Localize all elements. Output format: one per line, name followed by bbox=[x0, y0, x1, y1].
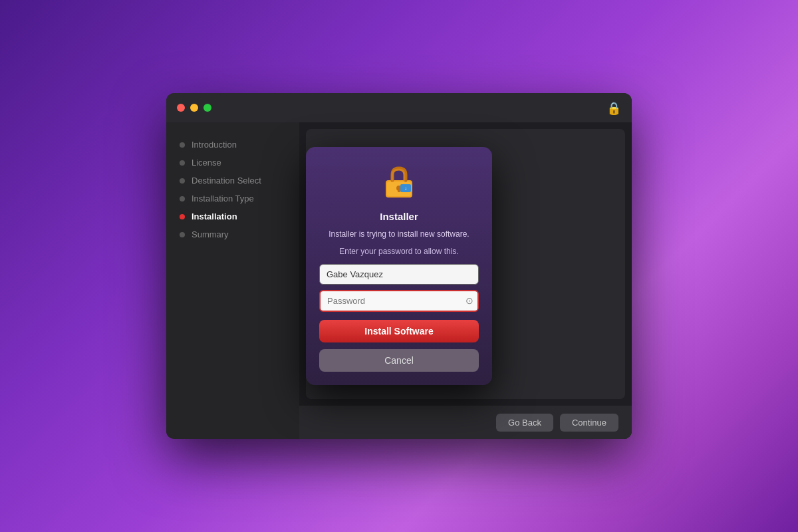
install-software-button[interactable]: Install Software bbox=[319, 320, 479, 342]
dialog-subtitle: Installer is trying to install new softw… bbox=[329, 229, 469, 240]
auth-dialog: ↓ Installer Installer is trying to insta… bbox=[306, 147, 492, 385]
svg-rect-3 bbox=[398, 188, 400, 192]
show-password-icon[interactable]: ⊙ bbox=[466, 295, 473, 306]
username-input[interactable] bbox=[319, 264, 479, 285]
dialog-instruction: Enter your password to allow this. bbox=[339, 247, 458, 256]
password-input[interactable] bbox=[319, 290, 479, 312]
cancel-button[interactable]: Cancel bbox=[319, 349, 479, 372]
password-wrapper: ⊙ bbox=[319, 290, 479, 312]
dialog-overlay: ↓ Installer Installer is trying to insta… bbox=[166, 93, 632, 439]
lock-icon-container: ↓ bbox=[380, 163, 418, 203]
dialog-title: Installer bbox=[380, 211, 418, 222]
svg-text:↓: ↓ bbox=[404, 186, 407, 192]
lock-icon-svg: ↓ bbox=[380, 163, 418, 200]
main-installer-window: 🔒 Introduction License Destination Selec… bbox=[166, 93, 632, 439]
